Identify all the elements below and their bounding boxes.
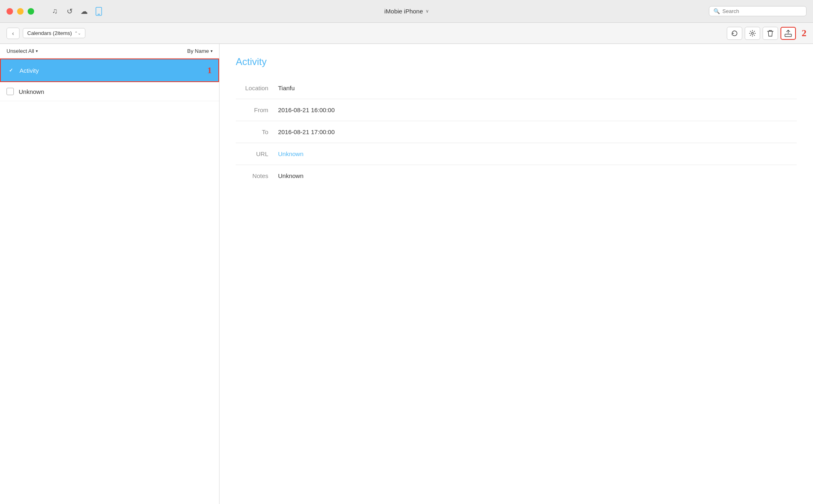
unselect-chevron-icon: ▾	[36, 49, 38, 53]
detail-row-location: Location Tianfu	[236, 77, 797, 99]
unselect-all-button[interactable]: Unselect All ▾	[7, 48, 38, 54]
location-label: Location	[236, 85, 268, 91]
notes-value: Unknown	[278, 172, 304, 179]
app-title-area: iMobie iPhone ∨	[384, 8, 428, 15]
device-icon[interactable]	[94, 7, 103, 16]
toolbar-actions	[727, 27, 796, 40]
sort-label: By Name	[187, 48, 209, 54]
list-item[interactable]: Unknown	[0, 82, 219, 101]
title-chevron[interactable]: ∨	[426, 9, 429, 14]
cloud-icon[interactable]: ☁	[80, 7, 89, 16]
detail-row-notes: Notes Unknown	[236, 165, 797, 187]
detail-title: Activity	[236, 56, 797, 67]
refresh-button[interactable]	[727, 27, 742, 40]
sort-chevron-icon: ▾	[211, 49, 213, 53]
window-controls	[7, 8, 34, 15]
main-area: Unselect All ▾ By Name ▾ Activity 1 Unkn…	[0, 44, 813, 504]
right-panel: Activity Location Tianfu From 2016-08-21…	[220, 44, 813, 504]
detail-row-to: To 2016-08-21 17:00:00	[236, 121, 797, 143]
music-icon[interactable]: ♫	[50, 7, 59, 16]
item-checkbox[interactable]	[7, 88, 14, 95]
app-icons: ♫ ↺ ☁	[50, 7, 103, 16]
item-checkbox[interactable]	[7, 67, 15, 74]
app-title: iMobie iPhone	[384, 8, 423, 15]
detail-row-url: URL Unknown	[236, 143, 797, 165]
close-button[interactable]	[7, 8, 13, 15]
svg-rect-3	[785, 34, 791, 37]
calendars-dropdown[interactable]: Calendars (2items) ⌃⌄	[23, 28, 85, 38]
unselect-all-label: Unselect All	[7, 48, 34, 54]
to-value: 2016-08-21 17:00:00	[278, 128, 335, 135]
search-icon: 🔍	[713, 8, 720, 14]
svg-rect-1	[98, 14, 100, 15]
export-button[interactable]	[780, 27, 796, 40]
from-value: 2016-08-21 16:00:00	[278, 106, 335, 113]
url-label: URL	[236, 150, 268, 157]
left-panel: Unselect All ▾ By Name ▾ Activity 1 Unkn…	[0, 44, 220, 504]
history-icon[interactable]: ↺	[65, 7, 74, 16]
item-label: Unknown	[19, 88, 44, 95]
list-header: Unselect All ▾ By Name ▾	[0, 44, 219, 59]
annotation-badge-2: 2	[802, 28, 806, 39]
calendars-label: Calendars (2items)	[27, 30, 72, 36]
notes-label: Notes	[236, 172, 268, 179]
search-bar[interactable]: 🔍	[709, 6, 806, 16]
minimize-button[interactable]	[17, 8, 24, 15]
calendar-list: Activity 1 Unknown	[0, 59, 219, 504]
search-input[interactable]	[722, 8, 802, 14]
settings-button[interactable]	[745, 27, 760, 40]
back-button[interactable]: ‹	[7, 28, 20, 39]
delete-button[interactable]	[763, 27, 778, 40]
svg-point-2	[752, 32, 754, 34]
detail-section: Location Tianfu From 2016-08-21 16:00:00…	[236, 77, 797, 187]
toolbar: ‹ Calendars (2items) ⌃⌄	[0, 23, 813, 44]
annotation-badge-1: 1	[207, 65, 212, 76]
dropdown-chevron-icon: ⌃⌄	[74, 31, 81, 35]
list-item[interactable]: Activity 1	[0, 59, 219, 82]
location-value: Tianfu	[278, 85, 295, 91]
titlebar: ♫ ↺ ☁ iMobie iPhone ∨ 🔍	[0, 0, 813, 23]
detail-row-from: From 2016-08-21 16:00:00	[236, 99, 797, 121]
sort-button[interactable]: By Name ▾	[187, 48, 213, 54]
url-value[interactable]: Unknown	[278, 150, 304, 157]
to-label: To	[236, 128, 268, 135]
item-label: Activity	[20, 67, 39, 74]
maximize-button[interactable]	[28, 8, 34, 15]
from-label: From	[236, 106, 268, 113]
